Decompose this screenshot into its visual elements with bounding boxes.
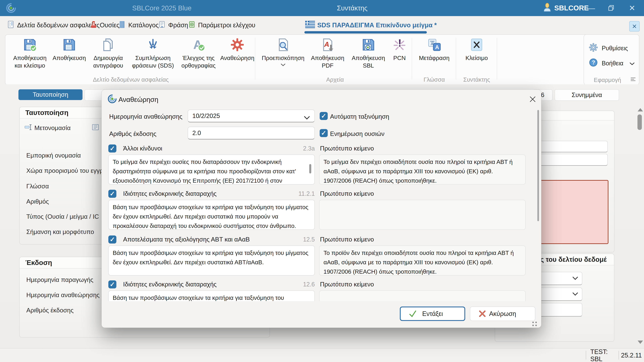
dialog-scrollbar-thumb[interactable] — [537, 110, 539, 221]
field-label: Σήμανση και μορφότυπο — [26, 228, 94, 236]
revision-button[interactable]: Αναθεώρηση — [220, 38, 254, 62]
tab-active-document[interactable]: SDS ΠΑΡΑΔΕΙΓΜΑ Επικίνδυνο μείγμα * — [305, 18, 437, 32]
user-menu[interactable]: SBLCORE — [542, 0, 589, 16]
original-textarea[interactable] — [319, 291, 526, 301]
scroll-down-icon[interactable] — [638, 341, 643, 344]
ok-button[interactable]: Εντάξει — [400, 307, 465, 321]
translate-button[interactable]: A Μετάφραση — [414, 38, 454, 62]
section-checkbox[interactable]: ✓ — [108, 236, 116, 244]
scroll-up-icon[interactable] — [638, 108, 643, 111]
section-textarea[interactable]: Βάση των προσβάσιμων στοιχείων τα κριτήρ… — [108, 291, 315, 301]
svg-text:?: ? — [592, 59, 595, 65]
version-number-input[interactable]: 2.0 — [188, 127, 315, 139]
tab-label: Φράση — [168, 22, 188, 29]
original-textarea[interactable]: Το προϊόν δεν περιέχει οποιαδήποτε ουσία… — [319, 246, 526, 276]
rename-icon — [24, 123, 32, 133]
fill-phrases-button[interactable]: Συμπλήρωση φράσεων (SDS) — [130, 38, 176, 69]
tab-phrase[interactable]: Φράση — [158, 18, 188, 32]
svg-text:A: A — [435, 44, 439, 50]
section-checkbox[interactable]: ✓ — [108, 280, 116, 289]
close-window-button[interactable]: ✕ — [624, 0, 640, 16]
copy-icon — [101, 38, 115, 52]
create-copy-button[interactable]: Δημιουργία αντιγράφου — [88, 38, 128, 69]
svg-text:!: ! — [398, 38, 402, 49]
section-pbt-results: ✓ Αποτελέσματα της αξιολόγησης ΑΒΤ και α… — [108, 236, 534, 281]
cancel-x-icon — [478, 309, 487, 318]
list-select-icon — [92, 123, 100, 133]
statusbar-divider — [586, 351, 586, 360]
attachments-button[interactable]: Συνημμένα — [554, 89, 619, 101]
ribbon-separator — [497, 38, 497, 80]
ribbon-group-label: Αρχεία — [259, 76, 411, 83]
help-button[interactable]: ? Βοήθεια — [589, 58, 635, 69]
section-textarea[interactable]: Βάση των προσβάσιμων στοιχείων τα κριτήρ… — [108, 246, 315, 276]
preview-button[interactable]: Προεπισκόπηση — [260, 38, 306, 67]
section-label: Αποτελέσματα της αξιολόγησης ΑΒΤ και αΑα… — [123, 236, 250, 244]
save-pdf-button[interactable]: A Αποθήκευση PDF — [308, 38, 347, 69]
section-endocrine-12-6: ✓ Ιδιότητες ενδοκρινικής διαταραχής 12.6… — [108, 280, 534, 302]
ribbon-separator — [456, 38, 456, 80]
chevron-down-icon — [572, 292, 578, 296]
tab-safety-data-sheets[interactable]: Δελτία δεδομένων ασφαλείας — [7, 18, 100, 32]
revision-date-dropdown[interactable]: 10/2/2025 — [188, 110, 315, 122]
button-label: Αποθήκευση και κλείσιμο — [9, 54, 50, 69]
section-textarea[interactable]: Το μείγμα δεν περιέχει ουσίες που διαταρ… — [108, 155, 315, 185]
auto-classification-checkbox[interactable]: ✓ — [320, 112, 328, 120]
ribbon-group-language: A Μετάφραση — [414, 38, 455, 62]
identification-tab-button[interactable]: Ταυτοποίηση — [18, 89, 82, 100]
save-button[interactable]: Αποθήκευση — [52, 38, 87, 62]
settings-gear-icon — [589, 43, 598, 54]
flask-icon — [90, 21, 98, 30]
module-tabbar: Δελτία δεδομένων ασφαλείας Ουσίες Κατάλο… — [0, 16, 644, 34]
sds-list-icon — [7, 20, 15, 30]
textarea-scrollbar-thumb[interactable] — [309, 164, 311, 173]
save-and-close-button[interactable]: Αποθήκευση και κλείσιμο — [9, 38, 50, 69]
close-editor-button[interactable]: Κλείσιμο — [458, 38, 495, 62]
settings-button[interactable]: Ρυθμίσεις — [589, 43, 628, 54]
section-checkbox[interactable]: ✓ — [108, 144, 116, 152]
window-title: Συντάκτης — [275, 0, 429, 16]
save-sbl-button[interactable]: Αποθήκευση SBL — [349, 38, 388, 69]
dialog-close-icon[interactable] — [528, 95, 537, 104]
spellcheck-button[interactable]: A Έλεγχος της ορθογραφίας — [178, 38, 220, 69]
titlebar: SBLCore 2025 Blue Συντάκτης SBLCORE — ✕ — [0, 0, 644, 16]
save-sbl-icon — [362, 38, 376, 52]
tab-control-parameters[interactable]: Παράμετροι ελέγχου — [188, 18, 255, 32]
update-substances-checkbox[interactable]: ✓ — [320, 129, 328, 137]
button-label: Αποθήκευση SBL — [349, 54, 388, 69]
control-params-icon — [188, 21, 196, 30]
field-label: Ημερομηνία παραγωγής — [26, 276, 94, 283]
tab-catalog[interactable]: Κατάλογος — [118, 18, 159, 32]
original-textarea[interactable] — [319, 200, 526, 230]
button-label: 6 — [541, 91, 544, 98]
field-label: Αριθμός έκδοσης — [26, 307, 74, 314]
chevron-down-icon — [572, 277, 578, 280]
tab-substances[interactable]: Ουσίες — [90, 18, 120, 32]
original-textarea[interactable]: Το μείγμα δεν περιέχει οποιαδήποτε ουσία… — [319, 155, 526, 185]
scrollbar-thumb[interactable] — [638, 114, 642, 130]
field-label: Εμπορική ονομασία — [26, 152, 81, 159]
chevron-down-icon — [304, 114, 310, 121]
minimize-button[interactable]: — — [584, 0, 599, 16]
field-label: Αριθμός — [26, 198, 49, 205]
restore-button[interactable] — [604, 0, 619, 16]
rename-action[interactable]: Μετονομασία — [24, 123, 70, 133]
pcn-button[interactable]: ! PCN — [390, 38, 410, 62]
tab-label: Ουσίες — [100, 22, 120, 29]
original-text-label: Πρωτότυπο κείμενο — [320, 190, 374, 198]
menu-lines-icon[interactable] — [630, 77, 636, 82]
double-down-arrows-icon — [146, 38, 160, 52]
tab-label: Παράμετροι ελέγχου — [198, 22, 255, 29]
statusbar-divider — [618, 351, 619, 360]
ribbon-separator — [412, 38, 412, 80]
ribbon-separator — [255, 38, 255, 80]
button-label: Αποθήκευση — [52, 54, 86, 62]
cancel-button[interactable]: Ακύρωση — [470, 307, 535, 321]
section-textarea[interactable]: Βάση των προσβάσιμων στοιχείων τα κριτήρ… — [108, 200, 315, 230]
tab-close-button[interactable] — [629, 21, 640, 31]
update-substances-label: Ενημέρωση ουσιών — [330, 130, 384, 137]
button-label: Ακύρωση — [489, 310, 516, 318]
section-checkbox[interactable]: ✓ — [108, 190, 116, 198]
tab-label: SDS ΠΑΡΑΔΕΙΓΜΑ Επικίνδυνο μείγμα * — [317, 22, 437, 29]
section-label: Άλλοι κίνδυνοι — [123, 144, 162, 152]
